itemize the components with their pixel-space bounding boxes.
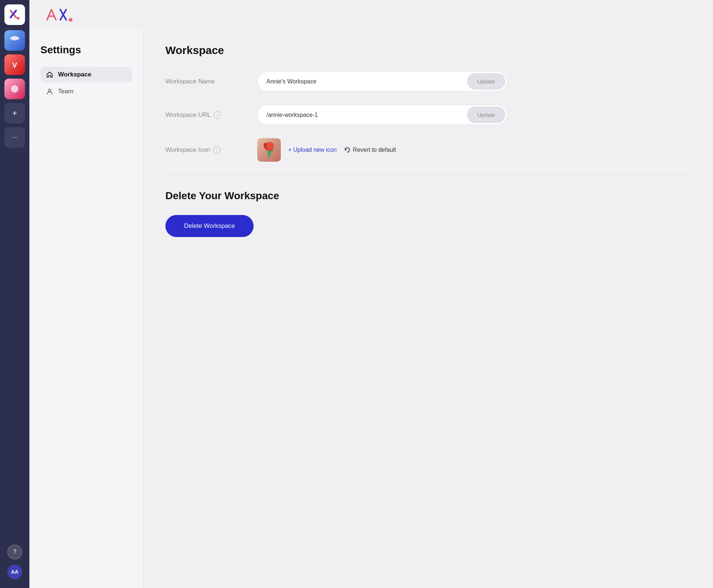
workspace-name-input-group: Update (257, 71, 507, 92)
workspace-name-update-button[interactable]: Update (467, 73, 505, 90)
main-area: Settings Workspace Team (29, 0, 713, 588)
settings-title: Settings (40, 44, 132, 56)
svg-point-12 (49, 89, 51, 92)
workspace-icon-image (257, 138, 281, 162)
svg-point-7 (11, 85, 18, 93)
svg-point-11 (69, 18, 72, 22)
workspace-url-input[interactable] (258, 106, 466, 124)
section-divider (165, 175, 691, 175)
sidebar-workspace-1[interactable] (4, 30, 25, 51)
icon-sidebar: V + ··· ? AA (0, 0, 29, 588)
workspace-url-row: Workspace URL i Update (165, 105, 691, 125)
ws3-icon (4, 79, 25, 99)
workspace-icon-row: Workspace Icon i (165, 138, 691, 162)
workspace-url-update-button[interactable]: Update (467, 107, 505, 123)
settings-content: Workspace Workspace Name Update Workspac… (143, 29, 713, 588)
brand-logo-svg (44, 7, 81, 23)
upload-icon-button[interactable]: + Upload new icon (288, 147, 337, 153)
sidebar-workspace-3[interactable] (4, 79, 25, 99)
delete-workspace-button[interactable]: Delete Workspace (165, 215, 254, 237)
svg-point-16 (266, 142, 272, 150)
more-options-button[interactable]: ··· (4, 127, 25, 148)
person-icon (46, 87, 54, 96)
user-avatar[interactable]: AA (7, 564, 22, 579)
icon-info-icon[interactable]: i (213, 146, 221, 154)
workspace-name-row: Workspace Name Update (165, 71, 691, 92)
nav-item-team[interactable]: Team (40, 84, 132, 99)
logo-icon (8, 8, 21, 21)
brand-logo (44, 7, 81, 23)
svg-text:V: V (12, 61, 17, 69)
workspace-icon-controls: + Upload new icon Revert to default (257, 138, 396, 162)
url-info-icon[interactable]: i (214, 111, 221, 119)
ws2-icon: V (4, 54, 25, 75)
ws1-icon (4, 30, 25, 51)
workspace-name-label: Workspace Name (165, 78, 246, 85)
nav-item-workspace[interactable]: Workspace (40, 67, 132, 82)
help-button[interactable]: ? (7, 545, 22, 559)
workspace-url-input-group: Update (257, 105, 507, 125)
workspace-url-label: Workspace URL i (165, 111, 246, 119)
workspace-name-input[interactable] (258, 72, 466, 91)
workspace-icon-label: Workspace Icon i (165, 146, 246, 154)
revert-icon-button[interactable]: Revert to default (344, 147, 396, 153)
section-title: Workspace (165, 44, 691, 57)
settings-sidebar: Settings Workspace Team (29, 29, 143, 588)
top-bar (29, 0, 713, 29)
add-workspace-button[interactable]: + (4, 103, 25, 123)
workspace-icon-thumbnail (257, 138, 281, 162)
revert-icon (344, 147, 351, 153)
delete-section-title: Delete Your Workspace (165, 190, 691, 202)
app-logo[interactable] (4, 4, 25, 25)
svg-point-2 (17, 17, 20, 20)
home-icon (46, 71, 54, 79)
content-area: Settings Workspace Team (29, 29, 713, 588)
sidebar-workspace-2[interactable]: V (4, 54, 25, 75)
